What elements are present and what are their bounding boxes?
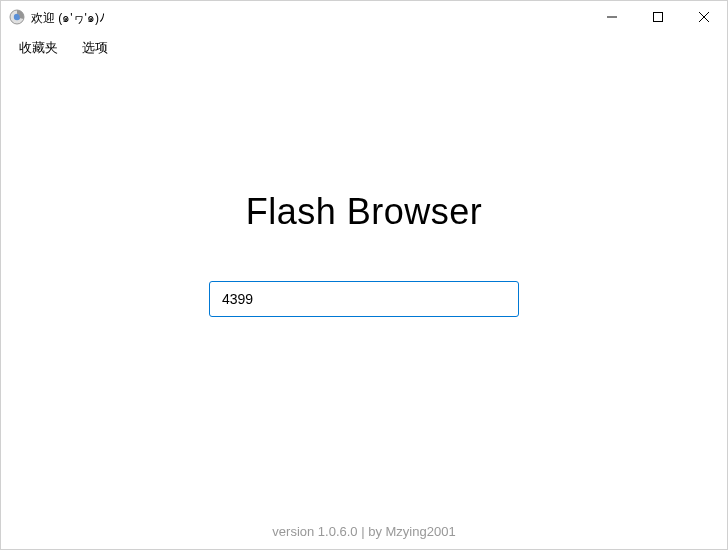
maximize-icon	[653, 12, 663, 22]
titlebar-left: 欢迎 (๑'ヮ'๑)ﾉ	[9, 8, 105, 27]
close-icon	[699, 12, 709, 22]
minimize-button[interactable]	[589, 1, 635, 33]
menubar: 收藏夹 选项	[1, 33, 727, 63]
search-input[interactable]	[209, 281, 519, 317]
content-area: Flash Browser version 1.0.6.0 | by Mzyin…	[1, 63, 727, 549]
svg-rect-3	[654, 13, 663, 22]
close-button[interactable]	[681, 1, 727, 33]
menu-options[interactable]: 选项	[72, 35, 118, 61]
window-title: 欢迎 (๑'ヮ'๑)ﾉ	[31, 8, 105, 27]
maximize-button[interactable]	[635, 1, 681, 33]
titlebar: 欢迎 (๑'ヮ'๑)ﾉ	[1, 1, 727, 33]
app-icon	[9, 9, 25, 25]
minimize-icon	[607, 12, 617, 22]
window-controls	[589, 1, 727, 33]
page-title: Flash Browser	[246, 191, 483, 233]
footer-text: version 1.0.6.0 | by Mzying2001	[1, 524, 727, 539]
menu-favorites[interactable]: 收藏夹	[9, 35, 68, 61]
